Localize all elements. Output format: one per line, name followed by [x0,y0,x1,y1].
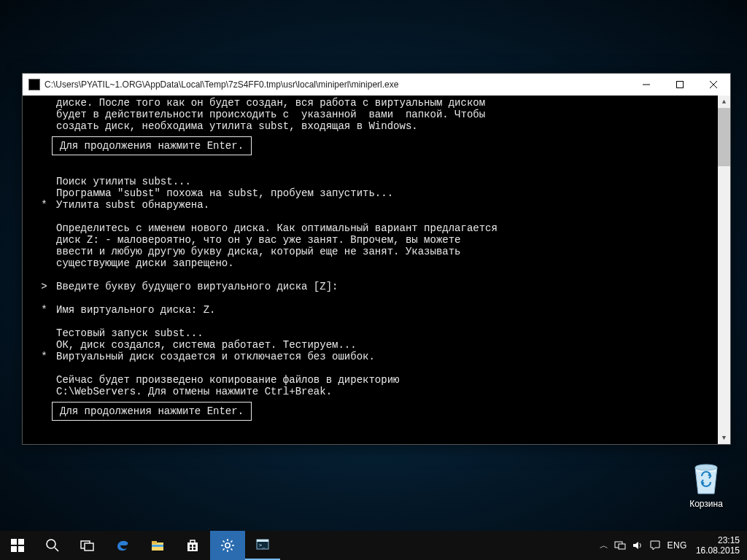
svg-line-26 [223,541,225,542]
recycle-bin-icon [689,459,723,496]
window-title: C:\Users\PYATIL~1.ORG\AppData\Local\Temp… [44,79,630,90]
press-enter-prompt: Для продолжения нажмите Enter. [52,136,252,155]
console-taskbar-button[interactable]: >_ [245,531,280,560]
svg-rect-17 [190,545,192,547]
recycle-bin-label: Корзина [678,499,734,509]
svg-point-9 [47,540,55,548]
volume-icon[interactable] [632,540,643,551]
scroll-thumb[interactable] [718,108,730,166]
tray-overflow-button[interactable]: ︿ [600,540,608,552]
app-icon [28,79,40,90]
scroll-down-button[interactable]: ▼ [718,432,730,444]
store-button[interactable] [175,531,210,560]
svg-rect-5 [11,539,17,545]
titlebar[interactable]: C:\Users\PYATIL~1.ORG\AppData\Local\Temp… [23,74,730,96]
console-body[interactable]: диске. После того как он будет создан, в… [23,96,730,444]
svg-text:>_: >_ [259,542,266,548]
close-button[interactable] [697,74,730,96]
start-button[interactable] [0,531,35,560]
svg-rect-8 [18,546,24,552]
svg-point-21 [225,543,230,548]
system-tray: ︿ ENG 23:15 16.08.2015 [592,531,747,560]
language-indicator[interactable]: ENG [667,540,687,551]
console-window: C:\Users\PYATIL~1.ORG\AppData\Local\Temp… [22,73,731,445]
svg-rect-18 [193,545,196,547]
svg-rect-34 [619,544,625,549]
minimize-button[interactable] [630,74,663,96]
maximize-button[interactable] [663,74,697,96]
svg-line-27 [231,548,232,550]
taskbar: >_ ︿ ENG 23:15 16.08.2015 [0,531,747,560]
svg-rect-16 [187,542,198,551]
svg-line-10 [55,548,58,551]
recycle-bin[interactable]: Корзина [678,459,734,509]
clock-date: 16.08.2015 [696,545,740,556]
svg-line-28 [231,541,232,542]
search-button[interactable] [35,531,70,560]
svg-line-29 [223,548,225,550]
action-center-icon[interactable] [649,540,661,551]
svg-rect-14 [152,541,157,544]
task-view-button[interactable] [70,531,105,560]
press-enter-prompt: Для продолжения нажмите Enter. [52,402,252,421]
scroll-up-button[interactable]: ▲ [718,96,730,108]
file-explorer-button[interactable] [140,531,175,560]
scrollbar[interactable]: ▲ ▼ [718,96,730,444]
svg-rect-31 [257,540,268,542]
network-icon[interactable] [614,540,626,551]
clock[interactable]: 23:15 16.08.2015 [693,535,740,556]
clock-time: 23:15 [696,535,740,545]
svg-rect-20 [193,548,196,550]
settings-button[interactable] [210,531,245,560]
svg-rect-1 [677,82,684,88]
svg-rect-12 [85,543,93,551]
svg-point-4 [695,464,717,470]
edge-button[interactable] [105,531,140,560]
svg-rect-6 [18,539,24,545]
svg-rect-19 [190,548,192,550]
svg-rect-15 [152,545,163,547]
taskbar-spacer [280,531,592,560]
svg-rect-7 [11,546,17,552]
